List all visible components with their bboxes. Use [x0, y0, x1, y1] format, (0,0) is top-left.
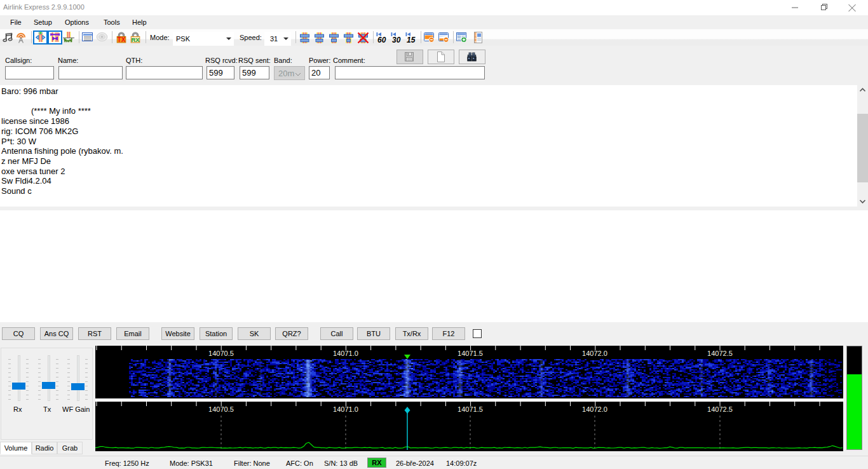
svg-text:TX: TX: [118, 36, 126, 43]
svg-text:14072.0: 14072.0: [582, 405, 607, 413]
svg-text:14072.5: 14072.5: [707, 405, 733, 413]
svg-text:14071.0: 14071.0: [333, 405, 358, 413]
svg-text:14070.5: 14070.5: [208, 350, 234, 357]
svg-text:14072.5: 14072.5: [707, 350, 733, 357]
svg-text:14070.5: 14070.5: [208, 405, 234, 413]
svg-text:14071.0: 14071.0: [333, 350, 358, 357]
svg-text:60: 60: [377, 36, 386, 44]
svg-text:14072.0: 14072.0: [582, 350, 607, 357]
svg-text:RX: RX: [131, 36, 140, 43]
svg-text:14071.5: 14071.5: [458, 350, 483, 357]
svg-text:30: 30: [392, 36, 401, 44]
svg-text:15: 15: [407, 36, 416, 44]
svg-text:14071.5: 14071.5: [458, 405, 483, 413]
